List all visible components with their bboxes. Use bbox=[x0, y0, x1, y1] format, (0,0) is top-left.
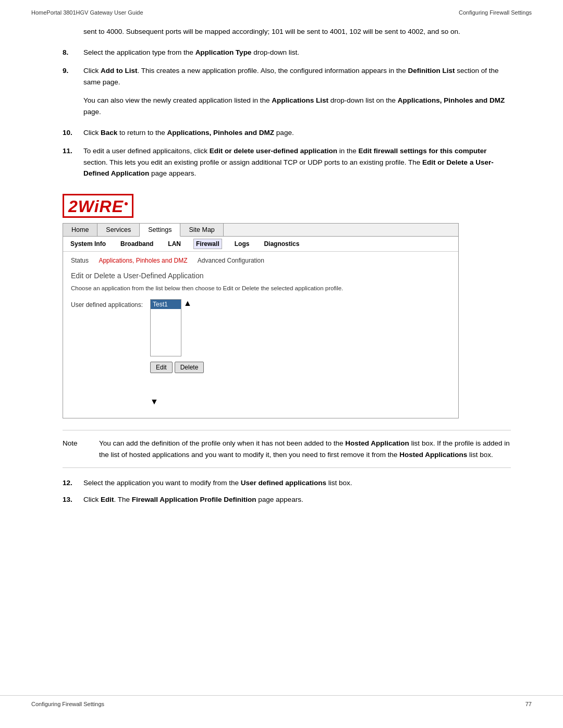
note-content: You can add the definition of the profil… bbox=[99, 438, 511, 460]
list-item[interactable]: Test1 bbox=[151, 300, 181, 309]
footer-left: Configuring Firewall Settings bbox=[31, 701, 104, 707]
steps-list: 8. Select the application type from the … bbox=[63, 47, 511, 88]
step-10-list: 10. Click Back to return to the Applicat… bbox=[63, 127, 511, 179]
footer-right: 77 bbox=[525, 701, 532, 707]
logo-area: 2WiRE bbox=[63, 194, 511, 218]
middle-para: You can also view the newly created appl… bbox=[83, 95, 511, 117]
nav-services[interactable]: Services bbox=[97, 224, 140, 236]
router-breadcrumb: Status Applications, Pinholes and DMZ Ad… bbox=[71, 257, 450, 264]
nav-home[interactable]: Home bbox=[63, 224, 97, 236]
subnav-firewall[interactable]: Firewall bbox=[193, 239, 222, 249]
breadcrumb-applications[interactable]: Applications, Pinholes and DMZ bbox=[99, 257, 187, 264]
page-header: HomePortal 3801HGV Gateway User Guide Co… bbox=[0, 0, 563, 21]
2wire-logo: 2WiRE bbox=[63, 194, 133, 218]
subnav-broadband[interactable]: Broadband bbox=[118, 239, 155, 249]
nav-sitemap[interactable]: Site Map bbox=[180, 224, 223, 236]
step-12: 12. Select the application you want to m… bbox=[63, 477, 511, 489]
step-13: 13. Click Edit. The Firewall Application… bbox=[63, 494, 511, 505]
step-8: 8. Select the application type from the … bbox=[63, 47, 511, 58]
step-9: 9. Click Add to List. This creates a new… bbox=[63, 65, 511, 88]
scroll-up-icon[interactable]: ▲ bbox=[183, 299, 192, 307]
router-nav: Home Services Settings Site Map bbox=[63, 224, 458, 237]
breadcrumb-advanced: Advanced Configuration bbox=[198, 257, 264, 264]
subnav-sysinfo[interactable]: System Info bbox=[68, 239, 108, 249]
router-content: Status Applications, Pinholes and DMZ Ad… bbox=[63, 252, 458, 418]
edit-button[interactable]: Edit bbox=[150, 362, 173, 373]
app-buttons: Edit Delete bbox=[150, 362, 204, 373]
note-box: Note You can add the definition of the p… bbox=[63, 430, 511, 468]
header-left: HomePortal 3801HGV Gateway User Guide bbox=[31, 9, 143, 16]
subnav-logs[interactable]: Logs bbox=[232, 239, 252, 249]
router-ui: Home Services Settings Site Map System I… bbox=[63, 223, 459, 418]
page-footer: Configuring Firewall Settings 77 bbox=[0, 695, 563, 712]
header-right: Configuring Firewall Settings bbox=[459, 9, 532, 16]
nav-settings[interactable]: Settings bbox=[140, 224, 180, 237]
subnav-lan[interactable]: LAN bbox=[166, 239, 183, 249]
section-description: Choose an application from the list belo… bbox=[71, 284, 450, 293]
section-title: Edit or Delete a User-Defined Applicatio… bbox=[71, 272, 450, 280]
subnav-diagnostics[interactable]: Diagnostics bbox=[262, 239, 301, 249]
app-list-label: User defined applications: bbox=[71, 301, 144, 309]
intro-text: sent to 4000. Subsequent ports will be m… bbox=[83, 26, 511, 38]
app-listbox[interactable]: Test1 bbox=[150, 299, 181, 356]
breadcrumb-status: Status bbox=[71, 257, 89, 264]
app-list-area: User defined applications: Test1 ▲ Edit … bbox=[71, 299, 450, 406]
router-subnav: System Info Broadband LAN Firewall Logs … bbox=[63, 237, 458, 252]
delete-button[interactable]: Delete bbox=[175, 362, 204, 373]
scroll-down-icon[interactable]: ▼ bbox=[150, 397, 158, 406]
note-label: Note bbox=[63, 438, 89, 460]
step-11: 11. To edit a user defined applicaitons,… bbox=[63, 145, 511, 179]
steps-12-13: 12. Select the application you want to m… bbox=[63, 477, 511, 505]
step-10: 10. Click Back to return to the Applicat… bbox=[63, 127, 511, 139]
